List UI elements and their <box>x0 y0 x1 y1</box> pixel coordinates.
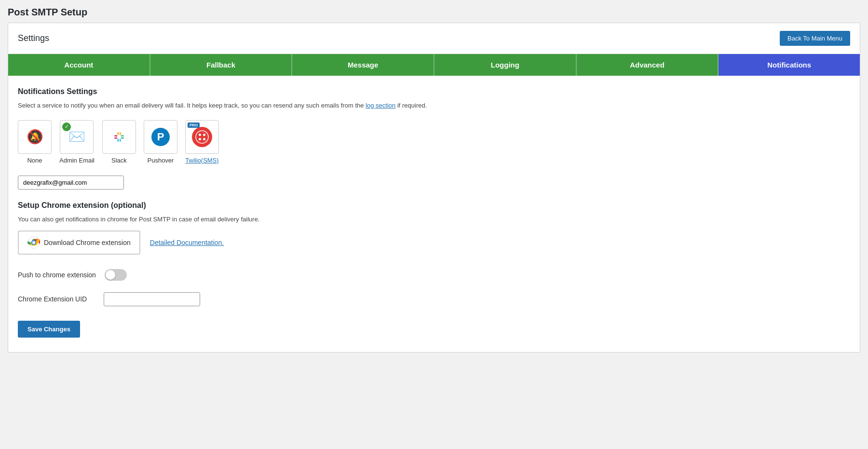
tab-message[interactable]: Message <box>292 54 434 76</box>
svg-rect-8 <box>120 138 121 141</box>
svg-point-14 <box>203 138 205 140</box>
twilio-icon <box>192 127 212 147</box>
service-icons-row: 🔕 None ✓ ✉️ Admin Email <box>18 120 850 164</box>
desc-before-link: Select a service to notify you when an e… <box>18 102 364 109</box>
service-pushover-icon-box: P <box>144 120 177 154</box>
service-twilio[interactable]: PRO Twilio(SMS) <box>185 120 219 164</box>
svg-rect-7 <box>117 138 119 141</box>
svg-point-13 <box>199 138 201 140</box>
svg-rect-2 <box>114 137 117 138</box>
service-admin-email[interactable]: ✓ ✉️ Admin Email <box>59 120 95 164</box>
chrome-icon <box>27 236 40 249</box>
svg-rect-9 <box>117 135 121 138</box>
svg-rect-3 <box>117 132 119 135</box>
download-chrome-label: Download Chrome extension <box>44 239 131 246</box>
settings-header: Settings Back To Main Menu <box>8 23 860 54</box>
uid-input[interactable] <box>104 292 200 306</box>
tab-fallback[interactable]: Fallback <box>150 54 293 76</box>
toggle-slider <box>105 269 127 281</box>
svg-point-11 <box>199 134 201 136</box>
detailed-documentation-link[interactable]: Detailed Documentation. <box>150 239 224 246</box>
email-icon: ✉️ <box>68 129 85 145</box>
chrome-desc: You can also get notifications in chrome… <box>18 216 850 223</box>
tab-notifications[interactable]: Notifications <box>719 54 860 76</box>
tab-bar: Account Fallback Message Logging Advance… <box>8 54 860 76</box>
log-section-link[interactable]: log section <box>366 102 395 109</box>
service-admin-email-icon-box: ✓ ✉️ <box>60 120 94 154</box>
settings-panel: Settings Back To Main Menu Account Fallb… <box>8 23 860 353</box>
bell-slash-icon: 🔕 <box>27 129 43 145</box>
save-changes-button[interactable]: Save Changes <box>18 321 80 338</box>
uid-row: Chrome Extension UID <box>18 292 850 306</box>
push-to-chrome-label: Push to chrome extension <box>18 271 96 279</box>
email-input[interactable] <box>18 176 124 190</box>
page-title: Post SMTP Setup <box>0 0 868 23</box>
service-pushover-label: Pushover <box>148 157 174 164</box>
tab-account[interactable]: Account <box>8 54 150 76</box>
notifications-section-desc: Select a service to notify you when an e… <box>18 101 850 110</box>
svg-point-10 <box>196 131 208 143</box>
settings-title: Settings <box>18 33 49 43</box>
service-none-icon-box: 🔕 <box>18 120 52 154</box>
push-to-chrome-row: Push to chrome extension <box>18 269 850 281</box>
download-chrome-extension-button[interactable]: Download Chrome extension <box>18 231 140 255</box>
checkmark-badge: ✓ <box>62 122 71 131</box>
tab-logging[interactable]: Logging <box>434 54 577 76</box>
service-admin-email-label: Admin Email <box>59 157 95 164</box>
chrome-actions-row: Download Chrome extension Detailed Docum… <box>18 231 850 255</box>
svg-rect-5 <box>121 135 124 136</box>
notifications-content: Notifications Settings Select a service … <box>8 76 860 352</box>
svg-rect-6 <box>121 137 124 138</box>
tab-advanced[interactable]: Advanced <box>577 54 719 76</box>
service-slack[interactable]: Slack <box>102 120 136 164</box>
service-none[interactable]: 🔕 None <box>18 120 52 164</box>
svg-rect-1 <box>114 135 117 136</box>
service-slack-label: Slack <box>111 157 127 164</box>
push-to-chrome-toggle[interactable] <box>105 269 127 281</box>
svg-point-12 <box>203 134 205 136</box>
notifications-section-title: Notifications Settings <box>18 87 850 96</box>
slack-icon <box>110 128 128 146</box>
svg-rect-4 <box>120 132 121 135</box>
desc-after-link-text: if required. <box>397 102 427 109</box>
svg-point-18 <box>32 241 35 244</box>
back-to-main-button[interactable]: Back To Main Menu <box>780 31 850 46</box>
uid-label: Chrome Extension UID <box>18 295 95 303</box>
pro-badge: PRO <box>188 122 200 128</box>
service-pushover[interactable]: P Pushover <box>144 120 177 164</box>
service-slack-icon-box <box>102 120 136 154</box>
service-twilio-icon-box: PRO <box>185 120 219 154</box>
service-none-label: None <box>27 157 42 164</box>
service-twilio-label[interactable]: Twilio(SMS) <box>185 157 218 164</box>
chrome-section-title: Setup Chrome extension (optional) <box>18 201 850 210</box>
pushover-icon: P <box>151 128 170 146</box>
